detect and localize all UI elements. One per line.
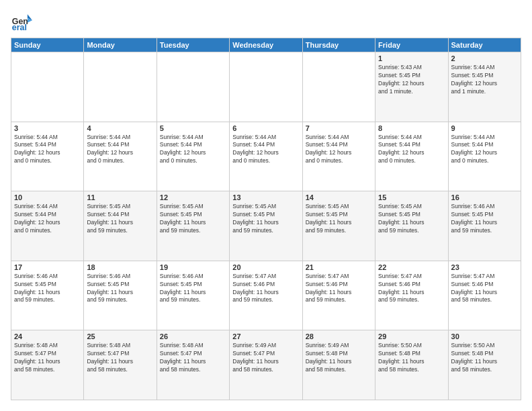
day-info: Sunrise: 5:45 AM Sunset: 5:45 PM Dayligh…: [160, 203, 226, 235]
day-cell: 29Sunrise: 5:50 AM Sunset: 5:48 PM Dayli…: [375, 330, 448, 400]
day-cell: 27Sunrise: 5:49 AM Sunset: 5:47 PM Dayli…: [230, 330, 302, 400]
day-number: 24: [14, 332, 81, 340]
day-info: Sunrise: 5:44 AM Sunset: 5:45 PM Dayligh…: [451, 64, 518, 96]
day-number: 23: [451, 263, 518, 271]
day-info: Sunrise: 5:50 AM Sunset: 5:48 PM Dayligh…: [451, 342, 518, 374]
day-cell: [230, 52, 302, 122]
day-number: 14: [306, 193, 372, 201]
week-row-5: 24Sunrise: 5:48 AM Sunset: 5:47 PM Dayli…: [11, 330, 521, 400]
day-cell: 28Sunrise: 5:49 AM Sunset: 5:48 PM Dayli…: [302, 330, 375, 400]
day-cell: 1Sunrise: 5:43 AM Sunset: 5:45 PM Daylig…: [375, 52, 448, 122]
weekday-monday: Monday: [84, 38, 157, 52]
day-number: 30: [451, 332, 518, 340]
week-row-2: 3Sunrise: 5:44 AM Sunset: 5:44 PM Daylig…: [11, 122, 521, 191]
day-cell: 14Sunrise: 5:45 AM Sunset: 5:45 PM Dayli…: [302, 191, 375, 261]
day-info: Sunrise: 5:44 AM Sunset: 5:44 PM Dayligh…: [232, 134, 299, 166]
day-info: Sunrise: 5:44 AM Sunset: 5:44 PM Dayligh…: [378, 134, 445, 166]
day-info: Sunrise: 5:48 AM Sunset: 5:47 PM Dayligh…: [160, 342, 226, 374]
day-number: 22: [378, 263, 445, 271]
day-number: 26: [160, 332, 226, 340]
day-number: 9: [451, 124, 518, 132]
day-info: Sunrise: 5:48 AM Sunset: 5:47 PM Dayligh…: [87, 342, 153, 374]
day-cell: 24Sunrise: 5:48 AM Sunset: 5:47 PM Dayli…: [11, 330, 84, 400]
weekday-header-row: SundayMondayTuesdayWednesdayThursdayFrid…: [11, 38, 521, 52]
day-cell: 16Sunrise: 5:46 AM Sunset: 5:45 PM Dayli…: [448, 191, 521, 261]
day-cell: 30Sunrise: 5:50 AM Sunset: 5:48 PM Dayli…: [448, 330, 521, 400]
weekday-wednesday: Wednesday: [230, 38, 302, 52]
day-number: 28: [306, 332, 372, 340]
day-number: 21: [306, 263, 372, 271]
day-cell: 23Sunrise: 5:47 AM Sunset: 5:46 PM Dayli…: [448, 261, 521, 330]
page-header: Gen eral: [11, 11, 521, 32]
day-cell: 21Sunrise: 5:47 AM Sunset: 5:46 PM Dayli…: [302, 261, 375, 330]
week-row-4: 17Sunrise: 5:46 AM Sunset: 5:45 PM Dayli…: [11, 261, 521, 330]
weekday-saturday: Saturday: [448, 38, 521, 52]
day-info: Sunrise: 5:44 AM Sunset: 5:44 PM Dayligh…: [14, 134, 81, 166]
day-cell: 19Sunrise: 5:46 AM Sunset: 5:45 PM Dayli…: [157, 261, 229, 330]
week-row-1: 1Sunrise: 5:43 AM Sunset: 5:45 PM Daylig…: [11, 52, 521, 122]
logo: Gen eral: [11, 11, 35, 32]
day-cell: [11, 52, 84, 122]
day-cell: 5Sunrise: 5:44 AM Sunset: 5:44 PM Daylig…: [157, 122, 229, 191]
day-cell: 20Sunrise: 5:47 AM Sunset: 5:46 PM Dayli…: [230, 261, 302, 330]
day-cell: 9Sunrise: 5:44 AM Sunset: 5:44 PM Daylig…: [448, 122, 521, 191]
day-number: 13: [232, 193, 299, 201]
day-cell: 4Sunrise: 5:44 AM Sunset: 5:44 PM Daylig…: [84, 122, 157, 191]
day-info: Sunrise: 5:44 AM Sunset: 5:44 PM Dayligh…: [87, 134, 153, 166]
day-cell: 15Sunrise: 5:45 AM Sunset: 5:45 PM Dayli…: [375, 191, 448, 261]
day-number: 18: [87, 263, 153, 271]
day-cell: 11Sunrise: 5:45 AM Sunset: 5:44 PM Dayli…: [84, 191, 157, 261]
day-cell: 22Sunrise: 5:47 AM Sunset: 5:46 PM Dayli…: [375, 261, 448, 330]
day-info: Sunrise: 5:49 AM Sunset: 5:47 PM Dayligh…: [232, 342, 299, 374]
day-cell: 6Sunrise: 5:44 AM Sunset: 5:44 PM Daylig…: [230, 122, 302, 191]
day-number: 6: [232, 124, 299, 132]
day-cell: 12Sunrise: 5:45 AM Sunset: 5:45 PM Dayli…: [157, 191, 229, 261]
day-info: Sunrise: 5:45 AM Sunset: 5:44 PM Dayligh…: [87, 203, 153, 235]
day-cell: [84, 52, 157, 122]
day-info: Sunrise: 5:49 AM Sunset: 5:48 PM Dayligh…: [306, 342, 372, 374]
day-info: Sunrise: 5:47 AM Sunset: 5:46 PM Dayligh…: [306, 273, 372, 305]
day-number: 1: [378, 54, 445, 62]
day-info: Sunrise: 5:45 AM Sunset: 5:45 PM Dayligh…: [232, 203, 299, 235]
day-number: 16: [451, 193, 518, 201]
week-row-3: 10Sunrise: 5:44 AM Sunset: 5:44 PM Dayli…: [11, 191, 521, 261]
day-info: Sunrise: 5:46 AM Sunset: 5:45 PM Dayligh…: [451, 203, 518, 235]
day-number: 15: [378, 193, 445, 201]
day-cell: 3Sunrise: 5:44 AM Sunset: 5:44 PM Daylig…: [11, 122, 84, 191]
weekday-thursday: Thursday: [302, 38, 375, 52]
day-number: 10: [14, 193, 81, 201]
day-info: Sunrise: 5:44 AM Sunset: 5:44 PM Dayligh…: [451, 134, 518, 166]
day-info: Sunrise: 5:47 AM Sunset: 5:46 PM Dayligh…: [451, 273, 518, 305]
day-number: 4: [87, 124, 153, 132]
logo-icon: Gen eral: [11, 11, 32, 32]
weekday-sunday: Sunday: [11, 38, 84, 52]
day-info: Sunrise: 5:47 AM Sunset: 5:46 PM Dayligh…: [232, 273, 299, 305]
day-info: Sunrise: 5:45 AM Sunset: 5:45 PM Dayligh…: [306, 203, 372, 235]
day-number: 8: [378, 124, 445, 132]
day-cell: 25Sunrise: 5:48 AM Sunset: 5:47 PM Dayli…: [84, 330, 157, 400]
day-number: 29: [378, 332, 445, 340]
day-info: Sunrise: 5:44 AM Sunset: 5:44 PM Dayligh…: [160, 134, 226, 166]
day-info: Sunrise: 5:44 AM Sunset: 5:44 PM Dayligh…: [306, 134, 372, 166]
day-number: 17: [14, 263, 81, 271]
day-cell: 10Sunrise: 5:44 AM Sunset: 5:44 PM Dayli…: [11, 191, 84, 261]
day-cell: 13Sunrise: 5:45 AM Sunset: 5:45 PM Dayli…: [230, 191, 302, 261]
day-number: 12: [160, 193, 226, 201]
day-info: Sunrise: 5:48 AM Sunset: 5:47 PM Dayligh…: [14, 342, 81, 374]
day-cell: [157, 52, 229, 122]
day-info: Sunrise: 5:46 AM Sunset: 5:45 PM Dayligh…: [87, 273, 153, 305]
day-number: 27: [232, 332, 299, 340]
day-info: Sunrise: 5:50 AM Sunset: 5:48 PM Dayligh…: [378, 342, 445, 374]
day-number: 7: [306, 124, 372, 132]
day-number: 25: [87, 332, 153, 340]
day-number: 19: [160, 263, 226, 271]
day-number: 5: [160, 124, 226, 132]
day-cell: 2Sunrise: 5:44 AM Sunset: 5:45 PM Daylig…: [448, 52, 521, 122]
day-number: 20: [232, 263, 299, 271]
day-cell: 18Sunrise: 5:46 AM Sunset: 5:45 PM Dayli…: [84, 261, 157, 330]
day-cell: 17Sunrise: 5:46 AM Sunset: 5:45 PM Dayli…: [11, 261, 84, 330]
weekday-tuesday: Tuesday: [157, 38, 229, 52]
day-cell: 26Sunrise: 5:48 AM Sunset: 5:47 PM Dayli…: [157, 330, 229, 400]
day-info: Sunrise: 5:43 AM Sunset: 5:45 PM Dayligh…: [378, 64, 445, 96]
weekday-friday: Friday: [375, 38, 448, 52]
